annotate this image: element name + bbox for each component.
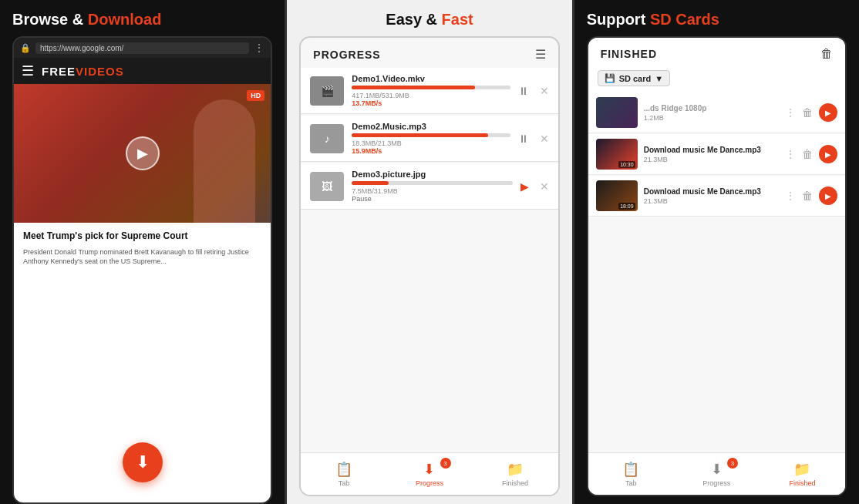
chevron-down-icon: ▼ xyxy=(655,74,663,83)
hamburger-icon[interactable]: ☰ xyxy=(22,62,34,79)
item-thumbnail-image: 🖼 xyxy=(310,172,344,201)
sd-selector: 💾 SD card ▼ xyxy=(588,67,845,92)
item-actions: ⋮ 🗑 ▶ xyxy=(785,186,837,205)
panel3-phone-frame: FINISHED 🗑 💾 SD card ▼ ...ds Ridge 1080p… xyxy=(587,36,847,496)
download-item: ♪ Demo2.Music.mp3 18.3MB/21.3MB 15.9MB/s… xyxy=(301,116,558,162)
finished-item: ...ds Ridge 1080p 1.2MB ⋮ 🗑 ▶ xyxy=(588,92,845,133)
video-duration: 18:09 xyxy=(618,203,635,210)
tab-icon: 📋 xyxy=(622,461,639,478)
panel2-header-accent: Fast xyxy=(442,11,473,28)
finished-label: Finished xyxy=(502,479,528,487)
progress-fill xyxy=(352,181,389,185)
item-thumbnail-music: ♪ xyxy=(310,124,344,153)
more-options-icon[interactable]: ⋮ xyxy=(785,148,796,160)
item-speed: 13.7MB/s xyxy=(352,99,510,107)
panel3-header-accent: SD Cards xyxy=(650,11,719,28)
finished-label: Finished xyxy=(789,479,815,487)
list-icon[interactable]: ☰ xyxy=(535,47,546,62)
more-options-icon[interactable]: ⋮ xyxy=(785,106,796,119)
progress-label: Progress xyxy=(416,479,443,487)
close-icon[interactable]: ✕ xyxy=(540,133,549,145)
item-actions: ⋮ 🗑 ▶ xyxy=(785,103,837,122)
panel1-header-accent: Download xyxy=(88,11,162,28)
item-name: Demo2.Music.mp3 xyxy=(352,122,510,131)
tab-icon: 📋 xyxy=(335,461,352,478)
item-info: Demo2.Music.mp3 18.3MB/21.3MB 15.9MB/s xyxy=(352,122,510,155)
more-options-icon[interactable]: ⋮ xyxy=(785,190,796,202)
progress-fill xyxy=(352,86,475,89)
close-icon[interactable]: ✕ xyxy=(540,180,549,193)
bottom-nav: 📋 Tab 3 ⬇ Progress 📁 Finished xyxy=(301,452,558,495)
download-fab[interactable]: ⬇ xyxy=(123,442,163,482)
finished-list: ...ds Ridge 1080p 1.2MB ⋮ 🗑 ▶ 10:30 Down… xyxy=(588,92,845,452)
play-button[interactable]: ▶ xyxy=(819,186,837,205)
panel-sd-cards: Support SD Cards FINISHED 🗑 💾 SD card ▼ … xyxy=(574,0,859,504)
item-size: 417.1MB/531.9MB xyxy=(352,92,510,99)
more-options-icon[interactable]: ⋮ xyxy=(254,42,264,54)
finished-item: 18:09 Download music Me Dance.mp3 21.3MB… xyxy=(588,176,845,217)
sd-icon: 💾 xyxy=(605,73,615,83)
tab-label: Tab xyxy=(625,479,637,487)
pause-icon[interactable]: ⏸ xyxy=(518,133,529,145)
article-body: President Donald Trump nominated Brett K… xyxy=(23,247,261,267)
url-field[interactable]: https://www.google.com/ xyxy=(35,42,249,54)
panel2-header: Easy & Fast xyxy=(287,0,571,36)
progress-header: PROGRESS ☰ xyxy=(301,38,558,68)
trash-icon[interactable]: 🗑 xyxy=(820,47,833,61)
finished-title: FINISHED xyxy=(601,48,657,60)
bottom-nav: 📋 Tab 3 ⬇ Progress 📁 Finished xyxy=(588,452,845,495)
nav-tab[interactable]: 📋 Tab xyxy=(301,458,386,490)
progress-icon: ⬇ xyxy=(423,461,435,478)
phone-navbar: ☰ FREEVIDEOS xyxy=(14,58,271,84)
panel3-header: Support SD Cards xyxy=(574,0,859,36)
item-name: Download music Me Dance.mp3 xyxy=(644,146,779,154)
item-info: Demo1.Video.mkv 417.1MB/531.9MB 13.7MB/s xyxy=(352,74,510,107)
download-item: 🖼 Demo3.picture.jpg 7.5MB/31.9MB Pause ▶… xyxy=(301,163,558,210)
item-info: Download music Me Dance.mp3 21.3MB xyxy=(644,146,779,163)
item-actions: ⋮ 🗑 ▶ xyxy=(785,145,837,163)
item-thumbnail-video: 🎬 xyxy=(310,76,344,106)
item-thumbnail: 18:09 xyxy=(596,180,638,211)
finished-icon: 📁 xyxy=(507,461,524,478)
item-size: 21.3MB xyxy=(644,197,779,205)
panel1-header-text: Browse & xyxy=(12,11,88,28)
lock-icon: 🔒 xyxy=(20,43,31,53)
finished-icon: 📁 xyxy=(793,461,810,478)
pause-icon[interactable]: ⏸ xyxy=(518,85,529,97)
panel3-header-text: Support xyxy=(587,11,650,28)
panel2-phone-frame: PROGRESS ☰ 🎬 Demo1.Video.mkv 417.1MB/531… xyxy=(299,36,559,496)
item-name: Demo1.Video.mkv xyxy=(352,74,510,83)
item-name: ...ds Ridge 1080p xyxy=(644,104,779,113)
video-thumbnail[interactable]: HD ▶ xyxy=(14,84,271,223)
play-button[interactable]: ▶ xyxy=(819,103,837,122)
sd-label: SD card xyxy=(619,74,652,83)
download-item: 🎬 Demo1.Video.mkv 417.1MB/531.9MB 13.7MB… xyxy=(301,68,558,114)
item-info: Demo3.picture.jpg 7.5MB/31.9MB Pause xyxy=(352,170,512,203)
progress-badge: 3 xyxy=(727,458,738,469)
nav-finished[interactable]: 📁 Finished xyxy=(473,458,558,490)
delete-icon[interactable]: 🗑 xyxy=(802,106,813,119)
close-icon[interactable]: ✕ xyxy=(540,85,549,97)
delete-icon[interactable]: 🗑 xyxy=(802,148,813,160)
item-info: ...ds Ridge 1080p 1.2MB xyxy=(644,104,779,122)
progress-icon: ⬇ xyxy=(711,461,723,478)
nav-progress[interactable]: 3 ⬇ Progress xyxy=(386,458,472,490)
address-bar: 🔒 https://www.google.com/ ⋮ xyxy=(14,38,271,58)
sd-card-button[interactable]: 💾 SD card ▼ xyxy=(598,70,670,86)
hd-badge: HD xyxy=(247,90,264,101)
panel1-header: Browse & Download xyxy=(0,0,285,36)
nav-finished[interactable]: 📁 Finished xyxy=(760,458,845,490)
progress-bar xyxy=(352,181,512,185)
progress-bar xyxy=(352,86,510,89)
app-logo: FREEVIDEOS xyxy=(42,65,124,78)
play-button[interactable]: ▶ xyxy=(126,136,160,170)
item-thumbnail xyxy=(596,97,638,128)
nav-progress[interactable]: 3 ⬇ Progress xyxy=(674,458,760,490)
item-status: Pause xyxy=(352,195,512,203)
nav-tab[interactable]: 📋 Tab xyxy=(588,458,674,490)
item-thumbnail: 10:30 xyxy=(596,139,638,170)
play-button[interactable]: ▶ xyxy=(819,145,837,163)
play-icon[interactable]: ▶ xyxy=(520,180,529,193)
delete-icon[interactable]: 🗑 xyxy=(802,190,813,202)
progress-badge: 3 xyxy=(440,458,451,469)
